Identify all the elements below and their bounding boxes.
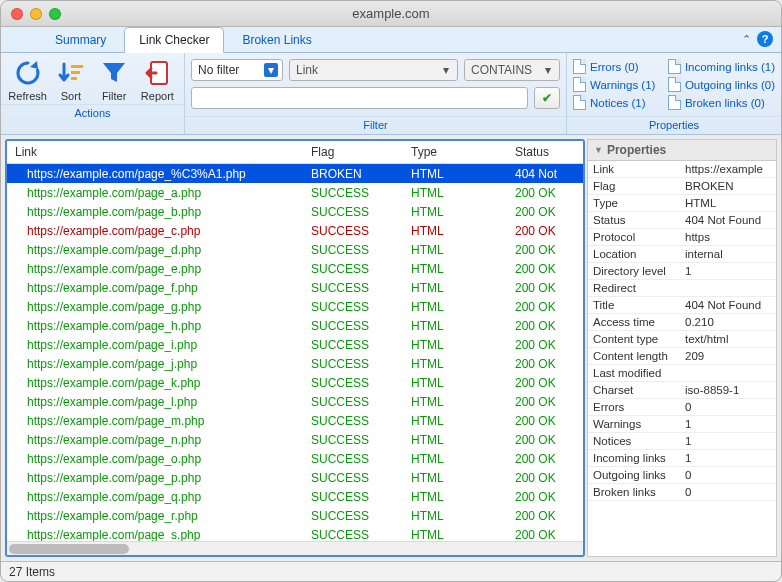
cell-flag: SUCCESS [303, 300, 403, 314]
tab-broken-links[interactable]: Broken Links [228, 28, 325, 52]
report-button[interactable]: Report [137, 57, 178, 102]
property-value: 0.210 [680, 314, 776, 330]
cell-status: 200 OK [507, 528, 583, 542]
document-icon [668, 77, 681, 92]
property-key: Directory level [588, 263, 680, 279]
property-row: TypeHTML [588, 195, 776, 212]
cell-status: 200 OK [507, 376, 583, 390]
outgoing-links-link[interactable]: Outgoing links (0) [668, 77, 775, 92]
table-row[interactable]: https://example.com/page_c.phpSUCCESSHTM… [7, 221, 583, 240]
filter-field-select[interactable]: Link ▾ [289, 59, 458, 81]
cell-flag: SUCCESS [303, 490, 403, 504]
table-row[interactable]: https://example.com/page_l.phpSUCCESSHTM… [7, 392, 583, 411]
cell-status: 200 OK [507, 300, 583, 314]
table-body[interactable]: https://example.com/page_%C3%A1.phpBROKE… [7, 164, 583, 541]
errors-link[interactable]: Errors (0) [573, 59, 660, 74]
apply-filter-button[interactable]: ✔ [534, 87, 560, 109]
table-row[interactable]: https://example.com/page_g.phpSUCCESSHTM… [7, 297, 583, 316]
property-row: Outgoing links0 [588, 467, 776, 484]
column-flag[interactable]: Flag [303, 145, 403, 159]
cell-flag: SUCCESS [303, 338, 403, 352]
cell-type: HTML [403, 490, 507, 504]
cell-status: 200 OK [507, 205, 583, 219]
cell-link: https://example.com/page_p.php [7, 471, 303, 485]
collapse-toolbar-icon[interactable]: ⌃ [742, 33, 751, 46]
table-row[interactable]: https://example.com/page_r.phpSUCCESSHTM… [7, 506, 583, 525]
horizontal-scrollbar[interactable] [7, 541, 583, 555]
property-value [680, 280, 776, 296]
sort-button[interactable]: Sort [50, 57, 91, 102]
document-icon [573, 95, 586, 110]
broken-links-label: Broken links (0) [685, 97, 765, 109]
property-row: Content typetext/html [588, 331, 776, 348]
refresh-button[interactable]: Refresh [7, 57, 48, 102]
properties-section: Errors (0) Incoming links (1) Warnings (… [567, 53, 781, 134]
tabstrip: Summary Link Checker Broken Links ⌃ ? [1, 27, 781, 53]
outgoing-links-label: Outgoing links (0) [685, 79, 775, 91]
table-row[interactable]: https://example.com/page_a.phpSUCCESSHTM… [7, 183, 583, 202]
warnings-link[interactable]: Warnings (1) [573, 77, 660, 92]
properties-grid: Linkhttps://exampleFlagBROKENTypeHTMLSta… [588, 161, 776, 556]
property-value: 209 [680, 348, 776, 364]
property-value: iso-8859-1 [680, 382, 776, 398]
property-value: 1 [680, 416, 776, 432]
filter-op-select[interactable]: CONTAINS ▾ [464, 59, 560, 81]
table-row[interactable]: https://example.com/page_b.phpSUCCESSHTM… [7, 202, 583, 221]
table-row[interactable]: https://example.com/page_s.phpSUCCESSHTM… [7, 525, 583, 541]
item-count: 27 Items [9, 565, 55, 579]
table-row[interactable]: https://example.com/page_d.phpSUCCESSHTM… [7, 240, 583, 259]
cell-flag: SUCCESS [303, 471, 403, 485]
property-row: Broken links0 [588, 484, 776, 501]
filter-button[interactable]: Filter [94, 57, 135, 102]
filter-section: No filter ▾ Link ▾ CONTAINS ▾ ✔ Filter [185, 53, 567, 134]
table-row[interactable]: https://example.com/page_o.phpSUCCESSHTM… [7, 449, 583, 468]
table-row[interactable]: https://example.com/page_h.phpSUCCESSHTM… [7, 316, 583, 335]
help-icon[interactable]: ? [757, 31, 773, 47]
table-row[interactable]: https://example.com/page_n.phpSUCCESSHTM… [7, 430, 583, 449]
filter-scope-select[interactable]: No filter ▾ [191, 59, 283, 81]
table-row[interactable]: https://example.com/page_m.phpSUCCESSHTM… [7, 411, 583, 430]
table-header: Link Flag Type Status [7, 141, 583, 164]
notices-link[interactable]: Notices (1) [573, 95, 660, 110]
property-row: Errors0 [588, 399, 776, 416]
cell-type: HTML [403, 281, 507, 295]
table-row[interactable]: https://example.com/page_f.phpSUCCESSHTM… [7, 278, 583, 297]
property-key: Errors [588, 399, 680, 415]
filter-scope-value: No filter [198, 63, 239, 77]
broken-links-link[interactable]: Broken links (0) [668, 95, 775, 110]
table-row[interactable]: https://example.com/page_j.phpSUCCESSHTM… [7, 354, 583, 373]
property-row: FlagBROKEN [588, 178, 776, 195]
cell-type: HTML [403, 452, 507, 466]
cell-link: https://example.com/page_g.php [7, 300, 303, 314]
table-row[interactable]: https://example.com/page_k.phpSUCCESSHTM… [7, 373, 583, 392]
filter-value-input[interactable] [191, 87, 528, 109]
cell-link: https://example.com/page_k.php [7, 376, 303, 390]
scrollbar-thumb[interactable] [9, 544, 129, 554]
table-row[interactable]: https://example.com/page_i.phpSUCCESSHTM… [7, 335, 583, 354]
properties-panel-header[interactable]: ▼ Properties [588, 140, 776, 161]
table-row[interactable]: https://example.com/page_e.phpSUCCESSHTM… [7, 259, 583, 278]
table-row[interactable]: https://example.com/page_q.phpSUCCESSHTM… [7, 487, 583, 506]
cell-link: https://example.com/page_i.php [7, 338, 303, 352]
incoming-links-link[interactable]: Incoming links (1) [668, 59, 775, 74]
property-row: Linkhttps://example [588, 161, 776, 178]
cell-link: https://example.com/page_d.php [7, 243, 303, 257]
report-icon [141, 57, 173, 89]
cell-status: 200 OK [507, 319, 583, 333]
status-bar: 27 Items [1, 561, 781, 581]
column-type[interactable]: Type [403, 145, 507, 159]
tab-summary[interactable]: Summary [41, 28, 120, 52]
property-key: Incoming links [588, 450, 680, 466]
titlebar: example.com [1, 1, 781, 27]
filter-field-value: Link [296, 63, 318, 77]
table-row[interactable]: https://example.com/page_p.phpSUCCESSHTM… [7, 468, 583, 487]
property-row: Protocolhttps [588, 229, 776, 246]
tab-link-checker[interactable]: Link Checker [124, 27, 224, 53]
cell-flag: SUCCESS [303, 528, 403, 542]
property-key: Title [588, 297, 680, 313]
column-link[interactable]: Link [7, 145, 303, 159]
column-status[interactable]: Status [507, 145, 583, 159]
table-row[interactable]: https://example.com/page_%C3%A1.phpBROKE… [7, 164, 583, 183]
property-row: Notices1 [588, 433, 776, 450]
property-row: Redirect [588, 280, 776, 297]
